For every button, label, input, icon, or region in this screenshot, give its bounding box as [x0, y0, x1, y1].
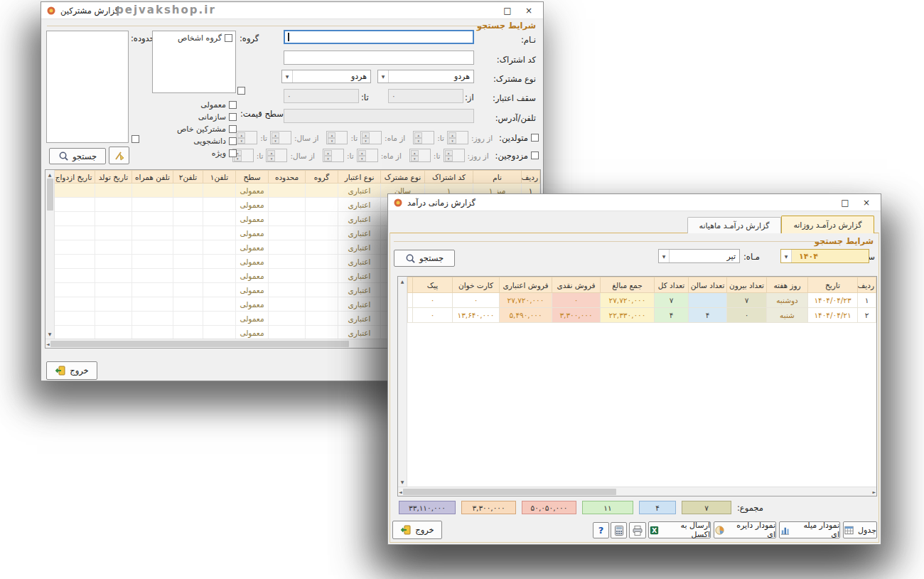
- column-header-marriage[interactable]: تاریخ ازدواج: [55, 171, 95, 184]
- cell-range[interactable]: [269, 198, 306, 212]
- scroll-down-icon[interactable]: ▼: [48, 330, 52, 338]
- spin-down-icon[interactable]: ▾: [414, 138, 422, 144]
- month-combo[interactable]: تیر ▼: [658, 249, 740, 263]
- calculator-button[interactable]: [611, 522, 627, 538]
- cell-mobile[interactable]: [132, 226, 173, 240]
- spin-up-icon[interactable]: ▴: [414, 132, 422, 138]
- column-header-range[interactable]: محدوده: [269, 171, 306, 184]
- column-header-tot[interactable]: تعداد کل: [655, 277, 689, 293]
- birthdays-checkbox[interactable]: [531, 134, 539, 142]
- scroll-up-icon[interactable]: ▲: [401, 277, 404, 285]
- marriage-month-to-spinner[interactable]: ▴▾: [323, 149, 344, 162]
- cell-fill[interactable]: [408, 308, 413, 323]
- cell-range[interactable]: [269, 326, 306, 339]
- cell-date[interactable]: ۱۴۰۴/۰۴/۲۳: [808, 293, 858, 308]
- cell-range[interactable]: [269, 297, 306, 312]
- cell-marriage[interactable]: [55, 226, 95, 240]
- spin-up-icon[interactable]: ▴: [237, 132, 245, 138]
- column-header-credit[interactable]: نوع اعتبار: [338, 171, 381, 184]
- cell-marriage[interactable]: [55, 255, 95, 269]
- cell-mobile[interactable]: [132, 198, 173, 212]
- price-level-option[interactable]: دانشجویی: [155, 135, 237, 147]
- tab-monthly-income[interactable]: گزارش درآمـد ماهیانه: [687, 217, 781, 233]
- scroll-thumb[interactable]: [50, 341, 349, 347]
- cell-tel1[interactable]: [203, 326, 236, 339]
- spin-up-icon[interactable]: ▴: [362, 132, 370, 138]
- cell-birth[interactable]: [95, 184, 132, 198]
- cell-group[interactable]: [306, 226, 338, 240]
- cell-tel1[interactable]: [203, 283, 236, 297]
- birth-year-from-spinner[interactable]: ▴▾: [270, 131, 291, 144]
- daily-income-grid[interactable]: ▲ ▼ ردیفتاریخروز هفتهتعداد بیرونتعداد سا…: [397, 276, 877, 496]
- cell-level[interactable]: معمولی: [236, 297, 269, 312]
- chevron-down-icon[interactable]: ▼: [378, 70, 389, 83]
- cell-level[interactable]: معمولی: [236, 269, 269, 283]
- cell-cash[interactable]: ۰: [552, 293, 601, 308]
- cell-mobile[interactable]: [132, 283, 173, 297]
- exit-button[interactable]: خروج: [392, 521, 442, 539]
- price-level-option[interactable]: مشترکین خاص: [155, 123, 237, 135]
- cell-r[interactable]: ۱: [858, 293, 876, 308]
- column-header-sum[interactable]: جمع مبالغ: [601, 277, 655, 293]
- person-group-checkbox[interactable]: [225, 34, 232, 42]
- cell-marriage[interactable]: [55, 297, 95, 312]
- marriage-month-from-spinner[interactable]: ▴▾: [357, 149, 378, 162]
- cell-wday[interactable]: شنبه: [767, 308, 808, 323]
- cell-birth[interactable]: [95, 240, 132, 255]
- cell-marriage[interactable]: [55, 326, 95, 339]
- cell-range[interactable]: [269, 212, 306, 226]
- scroll-down-icon[interactable]: ▼: [401, 478, 404, 486]
- cell-cred[interactable]: ۵,۴۹۰,۰۰۰: [500, 308, 552, 323]
- marriage-day-from-spinner[interactable]: ▴▾: [444, 149, 465, 162]
- cell-group[interactable]: [306, 269, 338, 283]
- spin-up-icon[interactable]: ▴: [448, 132, 456, 138]
- cell-tel2[interactable]: [173, 198, 203, 212]
- cell-range[interactable]: [269, 240, 306, 255]
- cell-group[interactable]: [306, 198, 338, 212]
- cell-out[interactable]: ۰: [727, 308, 767, 323]
- cell-marriage[interactable]: [55, 283, 95, 297]
- checkbox[interactable]: [229, 113, 237, 121]
- print-button[interactable]: [629, 522, 646, 538]
- cell-credit[interactable]: اعتباری: [338, 198, 381, 212]
- cell-hall[interactable]: ۴: [689, 308, 727, 323]
- spin-down-icon[interactable]: ▾: [237, 138, 245, 144]
- column-header-tel1[interactable]: تلفن۱: [203, 171, 236, 184]
- cell-range[interactable]: [269, 269, 306, 283]
- birth-month-from-spinner[interactable]: ▴▾: [360, 131, 382, 144]
- cell-tel2[interactable]: [173, 297, 203, 312]
- marriage-year-from-spinner[interactable]: ▴▾: [266, 149, 287, 162]
- cell-fill[interactable]: [408, 293, 413, 308]
- cell-hall[interactable]: [689, 293, 727, 308]
- cell-group[interactable]: [306, 184, 338, 198]
- cell-tel2[interactable]: [173, 283, 203, 297]
- cell-r[interactable]: ۲: [858, 308, 876, 323]
- cell-group[interactable]: [306, 283, 338, 297]
- cell-marriage[interactable]: [55, 240, 95, 255]
- clear-filter-button[interactable]: [109, 147, 129, 164]
- cell-level[interactable]: معمولی: [236, 312, 269, 326]
- checkbox[interactable]: [229, 101, 237, 109]
- cell-tel2[interactable]: [173, 326, 203, 339]
- cell-range[interactable]: [269, 255, 306, 269]
- column-header-card[interactable]: کارت خوان: [453, 277, 500, 293]
- cell-tel2[interactable]: [173, 240, 203, 255]
- column-header-mobile[interactable]: تلفن همراه: [132, 171, 173, 184]
- column-header-tel2[interactable]: تلفن۲: [173, 171, 203, 184]
- group-filter-checkbox[interactable]: [237, 87, 245, 95]
- spin-up-icon[interactable]: ▴: [272, 132, 279, 138]
- cell-credit[interactable]: اعتباری: [338, 240, 381, 255]
- cell-tel2[interactable]: [173, 255, 203, 269]
- vertical-scrollbar[interactable]: ▲ ▼: [45, 170, 55, 339]
- cell-level[interactable]: معمولی: [236, 326, 269, 339]
- cell-credit[interactable]: اعتباری: [338, 269, 381, 283]
- cell-pik[interactable]: ۰: [413, 308, 453, 323]
- birth-year-to-spinner[interactable]: ▴▾: [236, 131, 257, 144]
- cell-birth[interactable]: [95, 326, 132, 339]
- price-level-option[interactable]: سازمانی: [155, 111, 237, 123]
- excel-export-button[interactable]: ارسال به اکسل X: [648, 521, 711, 538]
- cell-group[interactable]: [306, 312, 338, 326]
- column-header-fill[interactable]: [408, 277, 413, 293]
- cell-credit[interactable]: اعتباری: [338, 283, 381, 297]
- cell-tel2[interactable]: [173, 226, 203, 240]
